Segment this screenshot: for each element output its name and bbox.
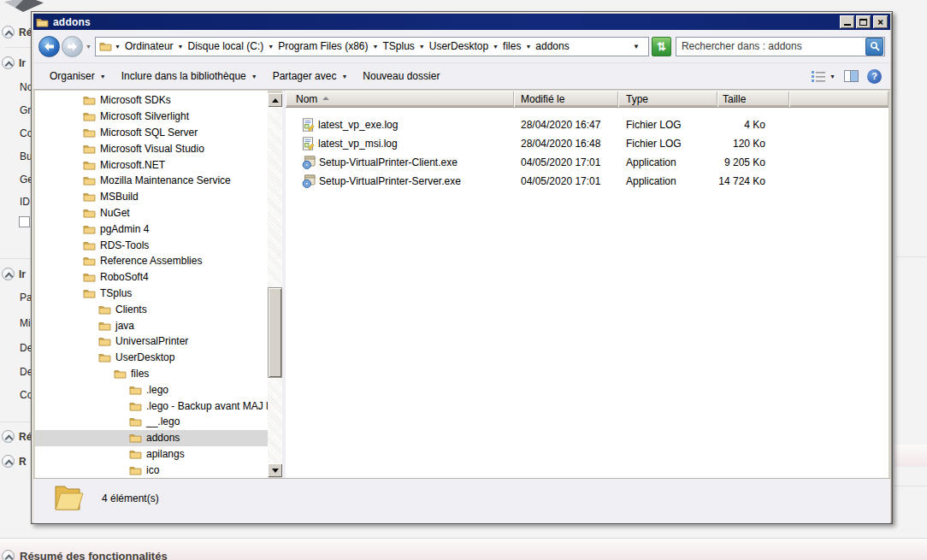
background-checkbox[interactable]: [19, 216, 30, 227]
background-bottom-section: Résumé des fonctionnalités: [2, 550, 168, 560]
collapse-chevron-icon[interactable]: [2, 550, 15, 560]
file-row[interactable]: latest_vp_exe.log28/04/2020 16:47Fichier…: [286, 115, 889, 134]
scrollbar-thumb[interactable]: [268, 287, 282, 378]
column-header-size[interactable]: Taille: [717, 91, 789, 107]
background-label-text: Ir: [19, 57, 26, 69]
title-bar[interactable]: addons ×: [33, 14, 890, 30]
tree-item[interactable]: Microsoft Silverlight: [35, 109, 268, 125]
views-button[interactable]: ▼: [811, 70, 835, 82]
collapse-chevron-icon[interactable]: [2, 268, 15, 280]
list-view-icon: [811, 70, 826, 82]
open-folder-icon: [52, 482, 85, 513]
tree-item[interactable]: .lego: [35, 381, 268, 398]
installer-icon: [302, 174, 316, 188]
toolbar-button-organiser[interactable]: Organiser▼: [42, 67, 114, 85]
chevron-down-icon: ▼: [100, 74, 106, 80]
column-header-name[interactable]: Nom: [286, 91, 514, 107]
file-type-cell: Fichier LOG: [618, 119, 717, 131]
breadcrumb-item[interactable]: UserDesktop: [428, 40, 490, 52]
tree-item[interactable]: Clients: [35, 301, 268, 317]
tree-item[interactable]: Reference Assemblies: [35, 253, 268, 269]
file-modified-cell: 28/04/2020 16:48: [514, 138, 618, 150]
breadcrumb-separator-icon[interactable]: ▼: [265, 44, 276, 50]
tree-item-label: ico: [146, 464, 159, 476]
breadcrumb-item[interactable]: files: [501, 40, 523, 52]
column-header-extra[interactable]: [789, 91, 889, 107]
tree-item-label: Reference Assemblies: [100, 255, 202, 267]
tree-item[interactable]: RDS-Tools: [35, 237, 268, 253]
tree-item[interactable]: Microsoft.NET: [35, 156, 268, 173]
toolbar-button-nouveau-dossier[interactable]: Nouveau dossier: [355, 67, 447, 85]
tree-item-label: Clients: [115, 304, 147, 315]
close-button[interactable]: ×: [873, 15, 888, 28]
recent-pages-dropdown-icon[interactable]: ▼: [86, 44, 92, 50]
background-section-header[interactable]: Ir: [2, 56, 26, 69]
breadcrumb-item[interactable]: Program Files (x86): [276, 40, 369, 52]
search-button[interactable]: [865, 38, 883, 56]
scrollbar-track[interactable]: [268, 107, 282, 463]
tree-item[interactable]: Microsoft Visual Studio: [35, 140, 268, 156]
scroll-up-button[interactable]: [268, 93, 282, 107]
tree-item[interactable]: NuGet: [35, 205, 268, 221]
file-row[interactable]: latest_vp_msi.log28/04/2020 16:48Fichier…: [286, 134, 889, 153]
help-button[interactable]: ?: [867, 69, 882, 84]
breadcrumb-separator-icon[interactable]: ▼: [175, 44, 186, 50]
tree-item[interactable]: __.lego: [35, 414, 268, 430]
file-row[interactable]: Setup-VirtualPrinter-Client.exe04/05/202…: [286, 153, 889, 172]
collapse-chevron-icon[interactable]: [2, 56, 15, 69]
breadcrumb-separator-icon[interactable]: ▼: [112, 44, 123, 50]
tree-item[interactable]: files: [35, 366, 268, 382]
tree-item[interactable]: .lego - Backup avant MAJ lego ex: [35, 398, 268, 414]
search-input[interactable]: [676, 38, 865, 56]
column-header-type[interactable]: Type: [618, 91, 717, 107]
views-dropdown-icon[interactable]: ▼: [830, 74, 835, 80]
breadcrumb-separator-icon[interactable]: ▼: [523, 44, 534, 50]
background-section-header[interactable]: R: [2, 455, 27, 468]
tree-item[interactable]: UniversalPrinter: [35, 333, 268, 350]
breadcrumb-separator-icon[interactable]: ▼: [490, 44, 501, 50]
forward-button[interactable]: [62, 36, 83, 57]
folder-icon: [129, 385, 142, 395]
tree-item[interactable]: java: [35, 317, 268, 333]
breadcrumb-item[interactable]: Ordinateur: [123, 40, 175, 52]
tree-item[interactable]: addons: [35, 430, 268, 446]
background-field-label: Mi: [20, 317, 31, 329]
tree-item[interactable]: RoboSoft4: [35, 269, 268, 286]
breadcrumb-bar[interactable]: ▼Ordinateur▼Disque local (C:)▼Program Fi…: [95, 37, 649, 56]
breadcrumb-item[interactable]: Disque local (C:): [186, 40, 266, 52]
tree-item[interactable]: Mozilla Maintenance Service: [35, 173, 268, 189]
column-header-modified[interactable]: Modifié le: [514, 91, 618, 107]
preview-pane-button[interactable]: [844, 70, 859, 82]
collapse-chevron-icon[interactable]: [2, 26, 15, 38]
folder-icon: [36, 17, 49, 27]
refresh-button[interactable]: ⇅: [652, 37, 671, 56]
collapse-chevron-icon[interactable]: [2, 455, 15, 468]
tree-item[interactable]: pgAdmin 4: [35, 221, 268, 237]
tree-item[interactable]: apilangs: [35, 446, 268, 463]
maximize-button[interactable]: [856, 15, 871, 28]
background-section-header[interactable]: Ir: [2, 268, 26, 280]
toolbar-items: Organiser▼Inclure dans la bibliothèque▼P…: [42, 67, 447, 85]
tree-item[interactable]: MSBuild: [35, 189, 268, 205]
divider: [895, 486, 927, 486]
scroll-down-button[interactable]: [268, 463, 282, 477]
address-bar: ▼ ▼Ordinateur▼Disque local (C:)▼Program …: [33, 30, 890, 63]
breadcrumb-separator-icon[interactable]: ▼: [370, 44, 381, 50]
tree-item[interactable]: UserDesktop: [35, 350, 268, 366]
breadcrumb-item[interactable]: addons: [534, 40, 570, 52]
tree-item[interactable]: ico: [35, 462, 268, 478]
minimize-button[interactable]: [840, 15, 854, 28]
folder-icon: [129, 433, 142, 443]
collapse-chevron-icon[interactable]: [2, 430, 15, 443]
file-row[interactable]: Setup-VirtualPrinter-Server.exe04/05/202…: [286, 172, 889, 191]
breadcrumb-item[interactable]: TSplus: [381, 40, 416, 52]
tree-item[interactable]: Microsoft SQL Server: [35, 125, 268, 141]
tree-item[interactable]: Microsoft SDKs: [35, 92, 268, 109]
toolbar-button-partager-avec[interactable]: Partager avec▼: [265, 67, 356, 85]
tree-item[interactable]: TSplus: [35, 286, 268, 302]
toolbar-button-inclure-dans-la-biblioth-que[interactable]: Inclure dans la bibliothèque▼: [114, 67, 265, 85]
tree-scrollbar[interactable]: [268, 93, 282, 477]
address-history-dropdown-icon[interactable]: ▼: [631, 43, 645, 50]
breadcrumb-separator-icon[interactable]: ▼: [416, 44, 428, 50]
back-button[interactable]: [38, 36, 60, 57]
